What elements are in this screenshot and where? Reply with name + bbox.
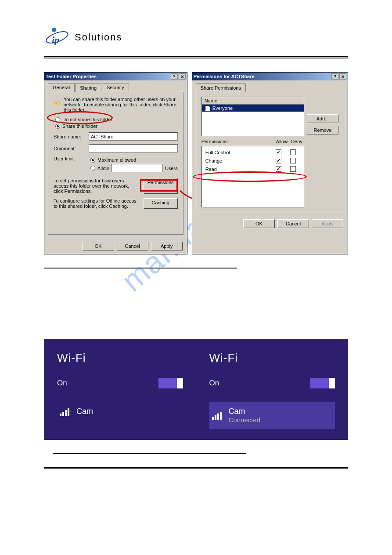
allow-header: Allow xyxy=(274,139,289,144)
share-name-row: Share name: xyxy=(54,132,178,141)
perm-row-read: Read xyxy=(205,165,300,173)
comment-row: Comment: xyxy=(54,144,178,152)
permissions-label: Permissions: xyxy=(201,139,274,144)
add-button[interactable]: Add... xyxy=(307,114,338,123)
perm-row-change: Change xyxy=(205,156,300,165)
allow-read-checkbox[interactable] xyxy=(276,166,281,172)
svg-rect-10 xyxy=(212,417,214,420)
perm-row-full-control: Full Control xyxy=(205,148,300,156)
titlebar: Permissions for ACTShare ? ✕ xyxy=(192,73,348,80)
deny-change-checkbox[interactable] xyxy=(290,158,296,163)
wifi-panel-after: Wi-Fi On Cam Connected xyxy=(196,339,349,440)
network-cam[interactable]: Cam xyxy=(57,402,183,421)
wifi-title: Wi-Fi xyxy=(57,351,183,365)
titlebar: Test Folder Properties ? ✕ xyxy=(44,73,187,80)
svg-rect-9 xyxy=(68,408,69,416)
ip-logo-icon: ip xyxy=(44,26,70,48)
divider xyxy=(53,453,246,454)
radio-share-folder[interactable]: Share this folder xyxy=(55,123,178,129)
tab-share-permissions[interactable]: Share Permissions xyxy=(196,83,246,92)
share-description: You can share this folder among other us… xyxy=(64,97,178,112)
svg-rect-7 xyxy=(62,412,64,416)
svg-rect-13 xyxy=(220,412,222,420)
tab-general[interactable]: General xyxy=(48,83,75,92)
comment-input[interactable] xyxy=(89,144,178,152)
svg-text:ip: ip xyxy=(52,34,59,45)
logo-text: Solutions xyxy=(75,32,122,43)
deny-full-control-checkbox[interactable] xyxy=(290,149,296,155)
wifi-toggle[interactable] xyxy=(310,378,335,388)
svg-rect-11 xyxy=(215,415,216,420)
help-button[interactable]: ? xyxy=(171,73,178,80)
svg-rect-12 xyxy=(217,414,219,420)
signal-bars-icon xyxy=(212,411,223,420)
group-icon xyxy=(205,105,211,111)
dialog-title: Permissions for ACTShare xyxy=(194,74,255,79)
close-button[interactable]: ✕ xyxy=(179,73,186,80)
remove-button[interactable]: Remove xyxy=(307,126,338,134)
radio-no-share[interactable]: Do not share this folder xyxy=(55,117,178,122)
shared-folder-icon xyxy=(54,97,60,109)
share-name-input[interactable] xyxy=(89,132,178,141)
caching-desc: To configure settings for Offline access… xyxy=(54,198,139,209)
ok-button[interactable]: OK xyxy=(83,242,114,250)
permissions-list: Full Control Change Read xyxy=(201,146,304,207)
deny-header: Deny xyxy=(289,139,304,144)
permissions-dialog: Permissions for ACTShare ? ✕ Share Permi… xyxy=(192,72,348,254)
svg-rect-8 xyxy=(65,410,67,416)
deny-read-checkbox[interactable] xyxy=(290,166,296,172)
signal-bars-icon xyxy=(60,407,70,416)
apply-button[interactable]: Apply xyxy=(151,242,183,250)
ok-button[interactable]: OK xyxy=(243,219,275,228)
wifi-title: Wi-Fi xyxy=(209,351,335,365)
cancel-button[interactable]: Cancel xyxy=(117,242,148,250)
tab-sharing[interactable]: Sharing xyxy=(75,83,101,92)
apply-button[interactable]: Apply xyxy=(312,219,343,228)
principals-listbox[interactable]: Name Everyone xyxy=(201,97,304,136)
dialog-title: Test Folder Properties xyxy=(46,74,97,79)
list-header-name: Name xyxy=(202,97,304,105)
tab-strip: General Sharing Security xyxy=(44,80,187,92)
network-cam-connected[interactable]: Cam Connected xyxy=(209,402,335,429)
wifi-panels: Wi-Fi On Cam Wi-Fi On xyxy=(44,339,348,440)
wifi-toggle[interactable] xyxy=(158,378,183,388)
svg-rect-5 xyxy=(205,109,210,111)
logo: ip Solutions xyxy=(44,26,348,48)
folder-properties-dialog: Test Folder Properties ? ✕ General Shari… xyxy=(44,72,187,254)
user-limit-row: User limit: Maximum allowed Allow Users xyxy=(54,156,178,174)
allow-change-checkbox[interactable] xyxy=(276,158,281,163)
close-button[interactable]: ✕ xyxy=(339,73,346,80)
radio-max-allowed[interactable]: Maximum allowed xyxy=(90,157,178,163)
permissions-button[interactable]: Permissions xyxy=(144,178,178,194)
help-button[interactable]: ? xyxy=(331,73,338,80)
divider xyxy=(44,268,237,268)
allow-full-control-checkbox[interactable] xyxy=(276,149,281,155)
wifi-panel-before: Wi-Fi On Cam xyxy=(44,339,196,440)
cancel-button[interactable]: Cancel xyxy=(277,219,309,228)
svg-point-1 xyxy=(52,28,56,32)
list-item-everyone[interactable]: Everyone xyxy=(202,105,304,112)
wifi-on-label: On xyxy=(57,379,67,388)
svg-rect-6 xyxy=(60,414,61,416)
radio-allow-n[interactable]: Allow Users xyxy=(90,164,178,172)
sharing-tab-body: You can share this folder among other us… xyxy=(48,92,183,235)
permissions-desc: To set permissions for how users access … xyxy=(54,178,139,194)
wifi-on-label: On xyxy=(209,379,219,388)
caching-button[interactable]: Caching xyxy=(144,198,178,209)
allow-count-input[interactable] xyxy=(111,164,163,172)
tab-security[interactable]: Security xyxy=(102,83,129,92)
